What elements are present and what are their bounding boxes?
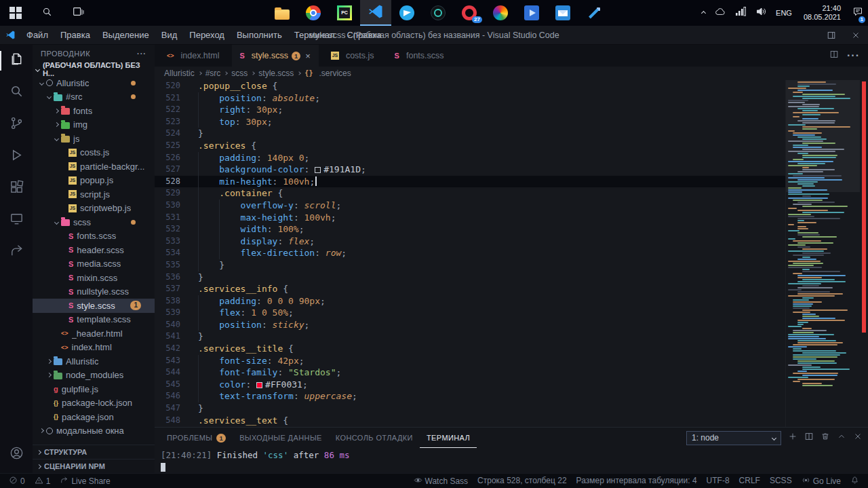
code-line[interactable]: 536} (155, 271, 785, 284)
code-line[interactable]: 532width: 100%; (155, 223, 785, 236)
code-line[interactable]: 535} (155, 259, 785, 271)
tree-item-#src[interactable]: #src (33, 90, 155, 105)
code-line[interactable]: 537.services__info { (155, 283, 785, 295)
breadcrumb-#src[interactable]: #src (205, 69, 221, 78)
status-строка-528-столбец-22[interactable]: Строка 528, столбец 22 (473, 476, 571, 485)
volume-tray-item[interactable] (751, 0, 771, 26)
network-tray-item[interactable] (730, 0, 751, 26)
tree-item-header.scss[interactable]: header.scss (33, 243, 155, 257)
status-go-live[interactable]: Go Live (797, 476, 846, 487)
layout-toggle-button[interactable] (819, 26, 844, 44)
tree-item-scss[interactable]: scss (33, 215, 155, 229)
tree-item-media.scss[interactable]: media.scss (33, 257, 155, 271)
tree-item-mixin.scss[interactable]: mixin.scss (33, 271, 155, 285)
tree-item-template.scss[interactable]: template.scss (33, 313, 155, 327)
status-scss[interactable]: SCSS (765, 476, 797, 485)
tree-item-scriptwebp.js[interactable]: scriptwebp.js (33, 202, 155, 216)
panel-tab-терминал[interactable]: ТЕРМИНАЛ (420, 428, 477, 448)
tree-item-script.js[interactable]: script.js (33, 187, 155, 202)
code-line[interactable]: 523top: 30px; (155, 116, 785, 128)
terminal-output[interactable]: [21:40:21] Finished 'css' after 86 ms (155, 448, 868, 473)
notification-center-button[interactable]: 1 (848, 0, 868, 26)
code-line[interactable]: 531max-height: 100vh; (155, 212, 785, 224)
taskbar-search-button[interactable] (31, 0, 62, 26)
tree-item-alluristic[interactable]: Alluristic (33, 76, 155, 90)
tree-item-style.scss[interactable]: style.scss1 (33, 299, 155, 313)
films-tv-taskbar-button[interactable] (516, 0, 547, 26)
more-actions-icon[interactable] (137, 50, 146, 58)
tree-item-fonts[interactable]: fonts (33, 104, 155, 118)
tree-item-_header.html[interactable]: _header.html (33, 326, 155, 341)
close-window-button[interactable] (844, 26, 868, 44)
split-terminal-icon[interactable] (804, 432, 814, 444)
status-crlf[interactable]: CRLF (734, 476, 765, 485)
code-line[interactable]: 525.services { (155, 140, 785, 152)
code-line[interactable]: 538padding: 0 0 0 90px; (155, 295, 785, 307)
editor-tab-index.html[interactable]: index.html (159, 45, 228, 67)
taskbar-clock[interactable]: 21:40 08.05.2021 (797, 4, 848, 22)
panel-tab-проблемы[interactable]: ПРОБЛЕМЫ1 (160, 428, 233, 448)
task-view-button[interactable] (62, 0, 94, 26)
pycharm-taskbar-button[interactable] (329, 0, 360, 26)
telegram-taskbar-button[interactable] (391, 0, 422, 26)
activity-remote-explorer[interactable] (0, 204, 33, 236)
activity-run-debug[interactable] (0, 140, 33, 172)
code-line[interactable]: 521position: absolute; (155, 92, 785, 105)
tree-item-popup.js[interactable]: popup.js (33, 174, 155, 188)
code-line[interactable]: 546text-transform: uppercase; (155, 390, 785, 402)
code-line[interactable]: 524} (155, 128, 785, 140)
activity-extensions[interactable] (0, 172, 33, 204)
close-panel-icon[interactable] (853, 432, 863, 444)
vscode-taskbar-button[interactable] (360, 0, 391, 26)
split-editor-icon[interactable] (829, 50, 839, 62)
code-line[interactable]: 541} (155, 331, 785, 343)
code-line[interactable]: 530overflow-y: scroll; (155, 200, 785, 212)
paint-taskbar-button[interactable] (578, 0, 610, 26)
code-line[interactable]: 539flex: 1 0 50%; (155, 307, 785, 319)
start-button[interactable] (0, 0, 31, 26)
tree-item-costs.js[interactable]: costs.js (33, 146, 155, 160)
code-line[interactable]: 528min-height: 100vh; (155, 176, 785, 188)
breadcrumb-style.scss[interactable]: style.scss (258, 69, 294, 78)
workspace-section-header[interactable]: (РАБОЧАЯ ОБЛАСТЬ) БЕЗ Н... (33, 62, 155, 76)
status-1[interactable]: 1 (30, 474, 56, 488)
status-live-share[interactable]: Live Share (55, 474, 115, 488)
code-line[interactable]: 533display: flex; (155, 236, 785, 248)
minimap[interactable] (785, 80, 860, 427)
menu-вид[interactable]: Вид (155, 26, 184, 44)
status-utf-8[interactable]: UTF-8 (702, 476, 734, 485)
tree-item-gulpfile.js[interactable]: gulpfile.js (33, 382, 155, 396)
tree-item-alluristic[interactable]: Alluristic (33, 354, 155, 369)
code-line[interactable]: 543font-size: 42px; (155, 355, 785, 367)
editor-tab-style.scss[interactable]: style.scss1× (232, 45, 319, 67)
editor-tab-costs.js[interactable]: costs.js (323, 45, 382, 67)
code-line[interactable]: 545color: #FF0031; (155, 379, 785, 391)
kill-terminal-icon[interactable] (821, 432, 830, 444)
activity-source-control[interactable] (0, 109, 33, 140)
panel-tab-выходные-данные[interactable]: ВЫХОДНЫЕ ДАННЫЕ (233, 428, 329, 448)
tree-item-img[interactable]: img (33, 118, 155, 132)
tree-item-node_modules[interactable]: node_modules (33, 369, 155, 383)
keyboard-language[interactable]: ENG (771, 0, 797, 26)
chrome-taskbar-button[interactable] (298, 0, 329, 26)
sidebar-section-сценарии-npm[interactable]: СЦЕНАРИИ NPM (33, 459, 155, 473)
tree-item-package.json[interactable]: package.json (33, 410, 155, 424)
tab-close-icon[interactable]: × (305, 51, 311, 61)
activity-account[interactable] (0, 438, 33, 470)
activity-search[interactable] (0, 77, 33, 109)
tree-item-package-lock.json[interactable]: package-lock.json (33, 396, 155, 411)
breadcrumb-scss[interactable]: scss (231, 69, 248, 78)
sidebar-section-структура[interactable]: СТРУКТУРА (33, 445, 155, 459)
editor-tab-fonts.scss[interactable]: fonts.scss (387, 45, 452, 67)
status-watch-sass[interactable]: Watch Sass (409, 476, 473, 487)
code-line[interactable]: 520.popup__close { (155, 80, 785, 92)
panel-tab-консоль-отладки[interactable]: КОНСОЛЬ ОТЛАДКИ (329, 428, 420, 448)
tree-item-particle-backgr...[interactable]: particle-backgr... (33, 159, 155, 174)
status-0[interactable]: 0 (4, 474, 30, 488)
menu-файл[interactable]: Файл (20, 26, 54, 44)
mail-taskbar-button[interactable] (547, 0, 578, 26)
tree-item-nullstyle.scss[interactable]: nullstyle.scss (33, 285, 155, 299)
tree-item-js[interactable]: js (33, 132, 155, 146)
tree-item-модальные-окна[interactable]: модальные окна (33, 424, 155, 438)
menu-правка[interactable]: Правка (54, 26, 96, 44)
